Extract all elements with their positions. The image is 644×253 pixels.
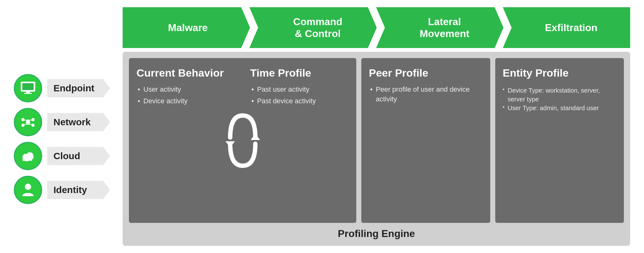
cloud-icon	[14, 142, 42, 170]
entity-profile-item-2: User Type: admin, standard user	[503, 104, 617, 112]
top-banner: Malware Command & Control Lateral Moveme…	[123, 7, 630, 48]
banner-c2: Command & Control	[249, 7, 377, 48]
network-icon	[14, 108, 42, 136]
svg-line-10	[24, 120, 28, 120]
c2-label: Command & Control	[277, 16, 348, 40]
network-svg	[20, 114, 36, 130]
banner-malware: Malware	[123, 7, 250, 48]
person-svg	[20, 182, 36, 198]
time-profile-item-1: Past user activity	[250, 85, 349, 94]
cloud-label: Cloud	[47, 147, 110, 165]
entity-profile-box: Entity Profile Device Type: workstation,…	[495, 58, 624, 223]
monitor-svg	[20, 80, 36, 96]
network-label: Network	[47, 113, 110, 131]
lateral-label: Lateral Movement	[404, 16, 475, 40]
time-profile-title: Time Profile	[250, 67, 349, 79]
banner-lateral: Lateral Movement	[376, 7, 503, 48]
svg-rect-22	[26, 193, 30, 194]
sidebar-item-cloud: Cloud	[14, 142, 110, 170]
content-boxes: Current Behavior User activity Device ac…	[129, 58, 624, 223]
peer-profile-box: Peer Profile Peer profile of user and de…	[361, 58, 490, 223]
svg-point-8	[21, 124, 25, 127]
time-profile-list: Past user activity Past device activity	[250, 85, 349, 106]
circular-arrow-svg	[221, 109, 265, 172]
exfil-label: Exfiltration	[529, 22, 604, 34]
svg-rect-20	[23, 159, 32, 161]
svg-point-6	[21, 118, 25, 121]
current-behavior-list: User activity Device activity	[136, 85, 235, 106]
svg-point-21	[25, 184, 31, 190]
sidebar-item-endpoint: Endpoint	[14, 74, 110, 102]
svg-point-7	[31, 118, 35, 121]
entity-profile-list: Device Type: workstation, server, server…	[503, 86, 617, 112]
combined-box: Current Behavior User activity Device ac…	[129, 58, 356, 223]
svg-marker-25	[225, 141, 235, 148]
current-behavior-item-1: User activity	[136, 85, 235, 94]
sidebar-item-network: Network	[14, 108, 110, 136]
malware-label: Malware	[158, 22, 214, 34]
cloud-svg	[20, 148, 36, 164]
banner-arrows: Malware Command & Control Lateral Moveme…	[123, 7, 630, 48]
entity-profile-item-1: Device Type: workstation, server, server…	[503, 86, 617, 104]
left-sidebar: Endpoint Network	[14, 74, 110, 204]
svg-marker-24	[251, 134, 260, 140]
svg-rect-2	[22, 83, 34, 90]
banner-exfil: Exfiltration	[503, 7, 630, 48]
main-area: Malware Command & Control Lateral Moveme…	[119, 7, 630, 246]
svg-rect-3	[26, 91, 30, 93]
current-behavior-title: Current Behavior	[136, 67, 235, 79]
content-area: Current Behavior User activity Device ac…	[123, 52, 630, 246]
svg-rect-23	[25, 194, 31, 195]
svg-point-9	[31, 124, 35, 127]
entity-profile-title: Entity Profile	[503, 67, 617, 79]
diagram-container: Endpoint Network	[14, 7, 630, 246]
circular-arrow	[221, 109, 265, 172]
endpoint-icon	[14, 74, 42, 102]
svg-rect-4	[24, 93, 32, 94]
svg-point-5	[26, 120, 30, 124]
identity-label: Identity	[47, 181, 110, 199]
peer-profile-item-1: Peer profile of user and device activity	[369, 85, 483, 104]
peer-profile-title: Peer Profile	[369, 67, 483, 79]
endpoint-label: Endpoint	[47, 79, 110, 97]
profiling-engine-label: Profiling Engine	[129, 228, 624, 240]
peer-profile-list: Peer profile of user and device activity	[369, 85, 483, 106]
identity-icon	[14, 176, 42, 204]
time-profile-item-2: Past device activity	[250, 96, 349, 106]
sidebar-item-identity: Identity	[14, 176, 110, 204]
current-behavior-item-2: Device activity	[136, 96, 235, 106]
svg-line-11	[28, 120, 32, 120]
